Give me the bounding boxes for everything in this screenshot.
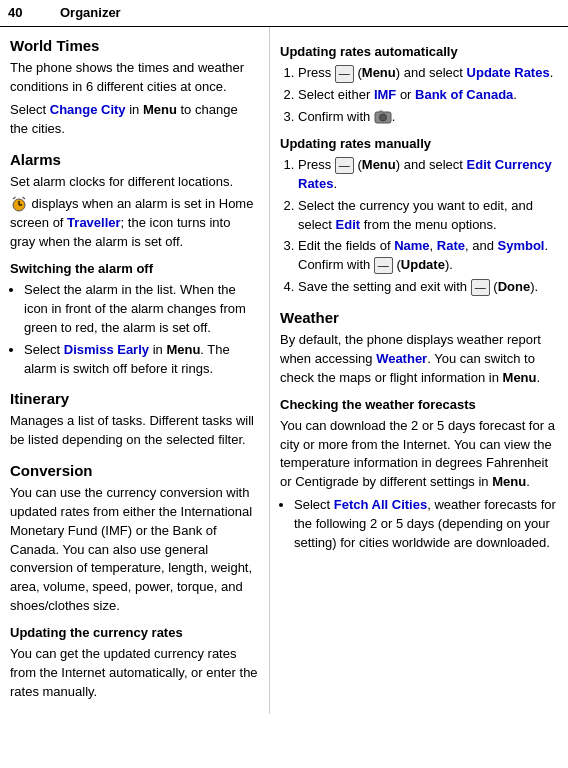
- svg-line-4: [23, 197, 26, 199]
- page-title: Organizer: [60, 4, 121, 22]
- svg-rect-7: [379, 110, 383, 113]
- menu-icon-3: —: [374, 257, 393, 274]
- dismiss-early-link: Dismiss Early: [64, 342, 149, 357]
- manual-step-1: Press — (Menu) and select Edit Currency …: [298, 156, 558, 194]
- traveller-link: Traveller: [67, 215, 121, 230]
- auto-step-1: Press — (Menu) and select Update Rates.: [298, 64, 558, 83]
- right-column: Updating rates automatically Press — (Me…: [270, 27, 568, 713]
- weather-link: Weather: [376, 351, 427, 366]
- subheading-updating-auto: Updating rates automatically: [280, 43, 558, 61]
- fetch-all-cities-link: Fetch All Cities: [334, 497, 427, 512]
- manual-step-4: Save the setting and exit with — (Done).: [298, 278, 558, 297]
- bank-of-canada-link: Bank of Canada: [415, 87, 513, 102]
- content-area: World Times The phone shows the times an…: [0, 27, 568, 713]
- menu-ref3: Menu: [503, 370, 537, 385]
- menu-icon-2: —: [335, 157, 354, 174]
- section-heading-alarms: Alarms: [10, 149, 259, 170]
- page-number: 40: [8, 4, 48, 22]
- imf-link: IMF: [374, 87, 396, 102]
- menu-ref: Menu: [143, 102, 177, 117]
- subheading-switching-alarm: Switching the alarm off: [10, 260, 259, 278]
- menu-icon-4: —: [471, 279, 490, 296]
- subheading-updating-manual: Updating rates manually: [280, 135, 558, 153]
- weather-para1: By default, the phone displays weather r…: [280, 331, 558, 388]
- done-label: Done: [498, 279, 531, 294]
- itinerary-para1: Manages a list of tasks. Different tasks…: [10, 412, 259, 450]
- change-city-link: Change City: [50, 102, 126, 117]
- left-column: World Times The phone shows the times an…: [0, 27, 270, 713]
- alarm-bullet-1: Select the alarm in the list. When the i…: [24, 281, 259, 338]
- section-heading-itinerary: Itinerary: [10, 388, 259, 409]
- subheading-checking-forecasts: Checking the weather forecasts: [280, 396, 558, 414]
- weather-bullets: Select Fetch All Cities, weather forecas…: [294, 496, 558, 553]
- alarm-bullet-2: Select Dismiss Early in Menu. The alarm …: [24, 341, 259, 379]
- manual-step-2: Select the currency you want to edit, an…: [298, 197, 558, 235]
- auto-steps: Press — (Menu) and select Update Rates. …: [298, 64, 558, 127]
- svg-point-6: [379, 114, 386, 121]
- manual-steps: Press — (Menu) and select Edit Currency …: [298, 156, 558, 297]
- symbol-link: Symbol: [498, 238, 545, 253]
- alarm-bullets: Select the alarm in the list. When the i…: [24, 281, 259, 378]
- updating-currency-para: You can get the updated currency rates f…: [10, 645, 259, 702]
- forecasts-para1: You can download the 2 or 5 days forecas…: [280, 417, 558, 492]
- menu-icon-1: —: [335, 65, 354, 82]
- weather-bullet-1: Select Fetch All Cities, weather forecas…: [294, 496, 558, 553]
- name-link: Name: [394, 238, 429, 253]
- world-times-para1: The phone shows the times and weather co…: [10, 59, 259, 97]
- world-times-para2: Select Change City in Menu to change the…: [10, 101, 259, 139]
- alarm-icon: [10, 195, 28, 213]
- alarms-para2: displays when an alarm is set in Home sc…: [10, 195, 259, 252]
- manual-step-3: Edit the fields of Name, Rate, and Symbo…: [298, 237, 558, 275]
- edit-link: Edit: [336, 217, 361, 232]
- section-heading-weather: Weather: [280, 307, 558, 328]
- auto-step-2: Select either IMF or Bank of Canada.: [298, 86, 558, 105]
- menu-label-2: Menu: [362, 157, 396, 172]
- menu-ref4: Menu: [492, 474, 526, 489]
- rate-link: Rate: [437, 238, 465, 253]
- camera-icon-1: [374, 110, 392, 124]
- auto-step-3: Confirm with .: [298, 108, 558, 127]
- subheading-updating-currency-rates: Updating the currency rates: [10, 624, 259, 642]
- svg-line-3: [13, 197, 16, 199]
- page-header: 40 Organizer: [0, 0, 568, 27]
- section-heading-world-times: World Times: [10, 35, 259, 56]
- update-rates-link: Update Rates: [467, 65, 550, 80]
- alarms-para1: Set alarm clocks for different locations…: [10, 173, 259, 192]
- page: 40 Organizer World Times The phone shows…: [0, 0, 568, 714]
- menu-ref2: Menu: [166, 342, 200, 357]
- conversion-para1: You can use the currency conversion with…: [10, 484, 259, 616]
- section-heading-conversion: Conversion: [10, 460, 259, 481]
- menu-label-1: Menu: [362, 65, 396, 80]
- update-label: Update: [401, 257, 445, 272]
